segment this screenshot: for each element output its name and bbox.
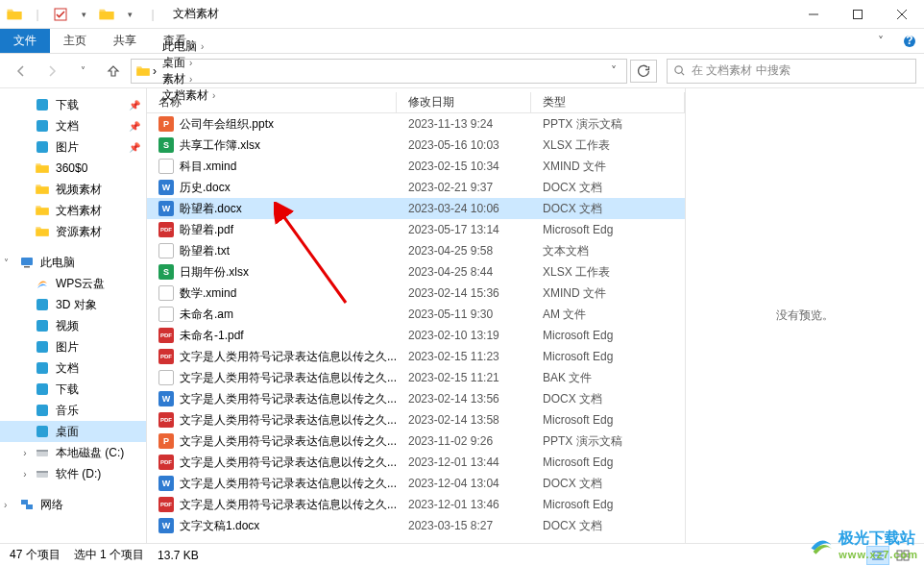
forward-button[interactable] <box>38 58 65 85</box>
file-date: 2023-02-14 13:56 <box>397 392 531 406</box>
file-date: 2023-03-15 8:27 <box>397 519 531 532</box>
file-type: DOCX 文档 <box>531 518 685 534</box>
file-row[interactable]: PDF文字是人类用符号记录表达信息以传之久... 2023-02-15 11:2… <box>147 346 685 367</box>
column-type[interactable]: 类型 <box>531 92 685 112</box>
file-row[interactable]: PDF未命名-1.pdf 2023-02-10 13:19 Microsoft … <box>147 325 685 346</box>
search-input[interactable]: 在 文档素材 中搜索 <box>667 59 916 84</box>
up-button[interactable] <box>100 58 127 85</box>
file-row[interactable]: P公司年会组织.pptx 2023-11-13 9:24 PPTX 演示文稿 <box>147 113 685 135</box>
checkbox-icon[interactable] <box>50 4 71 25</box>
file-row[interactable]: S共享工作簿.xlsx 2023-05-16 10:03 XLSX 工作表 <box>147 135 685 156</box>
ribbon-expand-icon[interactable]: ˅ <box>866 29 895 53</box>
nav-this-pc[interactable]: ˅ 此电脑 <box>0 252 146 273</box>
file-row[interactable]: PDF文字是人类用符号记录表达信息以传之久... 2023-02-14 13:5… <box>147 409 685 431</box>
address-bar[interactable]: › 此电脑›桌面›素材›文档素材› ˅ <box>131 59 627 84</box>
close-button[interactable] <box>880 0 924 29</box>
file-date: 2023-11-02 9:26 <box>397 434 531 448</box>
help-icon[interactable]: ? <box>895 29 924 53</box>
expand-icon[interactable]: › <box>4 500 7 510</box>
file-row[interactable]: W历史.docx 2023-02-21 9:37 DOCX 文档 <box>147 177 685 198</box>
navigation-pane[interactable]: 下载📌文档📌图片📌360$0视频素材文档素材资源素材 ˅ 此电脑 WPS云盘3D… <box>0 88 147 543</box>
file-row[interactable]: 盼望着.txt 2023-04-25 9:58 文本文档 <box>147 240 685 261</box>
file-row[interactable]: W盼望着.docx 2023-03-24 10:06 DOCX 文档 <box>147 198 685 219</box>
nav-thispc-item[interactable]: 3D 对象 <box>0 294 146 315</box>
view-details-button[interactable] <box>866 546 889 565</box>
file-row[interactable]: 未命名.am 2023-05-11 9:30 AM 文件 <box>147 304 685 325</box>
nav-thispc-item[interactable]: 下载 <box>0 379 146 400</box>
nav-thispc-item[interactable]: 视频 <box>0 315 146 336</box>
file-row[interactable]: PDF盼望着.pdf 2023-05-17 13:14 Microsoft Ed… <box>147 219 685 240</box>
tab-share[interactable]: 共享 <box>100 29 150 53</box>
nav-quick-item[interactable]: 图片📌 <box>0 136 146 158</box>
nav-thispc-item[interactable]: 图片 <box>0 336 146 357</box>
nav-thispc-item[interactable]: 音乐 <box>0 400 146 421</box>
file-row[interactable]: PDF文字是人类用符号记录表达信息以传之久... 2023-12-01 13:4… <box>147 452 685 473</box>
nav-quick-item[interactable]: 文档素材 <box>0 200 146 221</box>
nav-thispc-item[interactable]: 文档 <box>0 357 146 379</box>
file-row[interactable]: W文字是人类用符号记录表达信息以传之久... 2023-02-14 13:56 … <box>147 388 685 409</box>
window-title: 文档素材 <box>173 6 219 22</box>
column-name[interactable]: 名称 <box>147 92 397 112</box>
chevron-right-icon[interactable]: › <box>189 74 192 85</box>
nav-quick-item[interactable]: 视频素材 <box>0 179 146 200</box>
address-dropdown-icon[interactable]: ˅ <box>605 64 622 78</box>
file-icon: W <box>158 476 174 491</box>
file-icon: PDF <box>158 412 174 428</box>
title-bar: | ▾ ▾ | 文档素材 <box>0 0 924 29</box>
back-button[interactable] <box>8 58 35 85</box>
nav-quick-item[interactable]: 360$0 <box>0 158 146 179</box>
nav-thispc-item[interactable]: 桌面 <box>0 421 146 442</box>
collapse-icon[interactable]: ˅ <box>4 258 9 268</box>
file-icon: S <box>158 264 174 280</box>
nav-quick-item[interactable]: 文档📌 <box>0 115 146 136</box>
file-date: 2023-12-01 13:46 <box>397 498 531 511</box>
recent-dropdown-icon[interactable]: ˅ <box>69 58 96 85</box>
file-type: XLSX 工作表 <box>531 264 685 281</box>
qat-separator: | <box>27 4 48 25</box>
expand-icon[interactable]: › <box>19 448 31 458</box>
nav-quick-item[interactable]: 资源素材 <box>0 221 146 242</box>
network-icon <box>19 497 35 512</box>
file-row[interactable]: W文字文稿1.docx 2023-03-15 8:27 DOCX 文档 <box>147 515 685 536</box>
file-row[interactable]: 科目.xmind 2023-02-15 10:34 XMIND 文件 <box>147 156 685 177</box>
pin-icon: 📌 <box>129 100 140 111</box>
tab-home[interactable]: 主页 <box>50 29 100 53</box>
chevron-right-icon[interactable]: › <box>153 64 157 78</box>
svg-rect-24 <box>36 471 48 473</box>
qat-separator: | <box>142 4 163 25</box>
nav-quick-item[interactable]: 下载📌 <box>0 94 146 115</box>
qat-dropdown-icon[interactable]: ▾ <box>73 4 94 25</box>
file-name: 公司年会组织.pptx <box>180 116 274 133</box>
breadcrumb-item[interactable]: 桌面› <box>158 55 219 71</box>
file-row[interactable]: W文字是人类用符号记录表达信息以传之久... 2023-12-04 13:04 … <box>147 473 685 494</box>
file-name: 文字文稿1.docx <box>180 518 259 534</box>
navigation-row: ˅ › 此电脑›桌面›素材›文档素材› ˅ 在 文档素材 中搜索 <box>0 54 924 88</box>
nav-thispc-item[interactable]: WPS云盘 <box>0 273 146 294</box>
maximize-button[interactable] <box>836 0 880 29</box>
column-date[interactable]: 修改日期 <box>397 92 531 112</box>
expand-icon[interactable]: › <box>19 469 31 480</box>
file-row[interactable]: PDF文字是人类用符号记录表达信息以传之久... 2023-12-01 13:4… <box>147 494 685 515</box>
file-row[interactable]: 数学.xmind 2023-02-14 15:36 XMIND 文件 <box>147 283 685 304</box>
chevron-right-icon[interactable]: › <box>189 58 192 68</box>
nav-thispc-item[interactable]: ›软件 (D:) <box>0 463 146 484</box>
breadcrumb-item[interactable]: 此电脑› <box>158 38 219 55</box>
view-large-icons-button[interactable] <box>891 546 914 565</box>
file-row[interactable]: P文字是人类用符号记录表达信息以传之久... 2023-11-02 9:26 P… <box>147 431 685 452</box>
file-row[interactable]: 文字是人类用符号记录表达信息以传之久... 2023-02-15 11:21 B… <box>147 367 685 388</box>
file-icon: PDF <box>158 349 174 364</box>
file-icon: W <box>158 518 174 533</box>
file-type: 文本文档 <box>531 243 685 259</box>
tab-file[interactable]: 文件 <box>0 29 50 53</box>
breadcrumb-item[interactable]: 素材› <box>158 71 219 87</box>
chevron-right-icon[interactable]: › <box>201 41 204 52</box>
column-headers[interactable]: 名称 修改日期 类型 <box>147 88 685 113</box>
nav-thispc-item[interactable]: ›本地磁盘 (C:) <box>0 442 146 463</box>
file-date: 2023-03-24 10:06 <box>397 202 531 215</box>
refresh-button[interactable] <box>630 60 657 83</box>
svg-rect-2 <box>854 10 863 18</box>
minimize-button[interactable] <box>791 0 836 29</box>
file-row[interactable]: S日期年份.xlsx 2023-04-25 8:44 XLSX 工作表 <box>147 261 685 283</box>
nav-network[interactable]: › 网络 <box>0 494 146 515</box>
qat-dropdown-icon[interactable]: ▾ <box>119 4 140 25</box>
